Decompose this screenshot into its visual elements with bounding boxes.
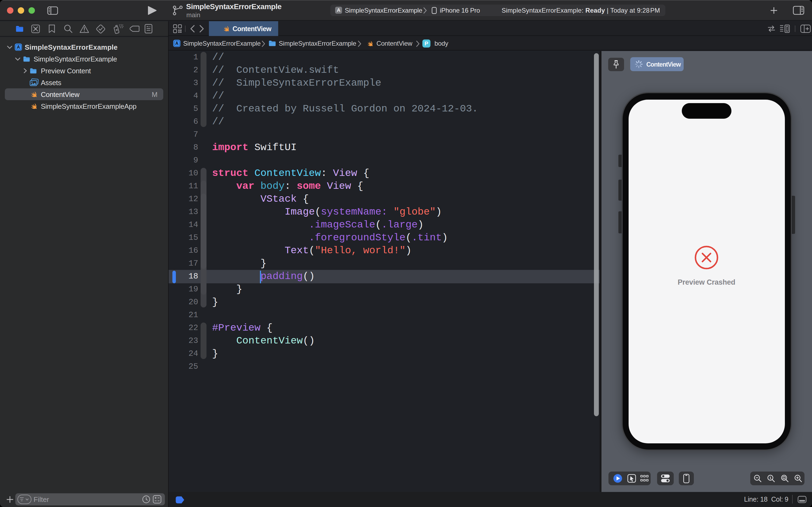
svg-text:1: 1: [769, 476, 771, 480]
